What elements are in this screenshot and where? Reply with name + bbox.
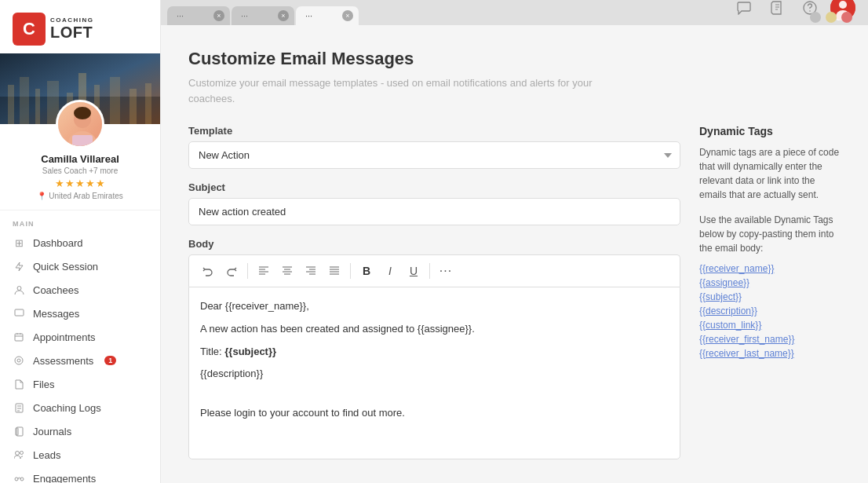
tab-1-label: ··· bbox=[177, 11, 184, 20]
sidebar-item-label: Coachees bbox=[33, 284, 79, 296]
sidebar-item-dashboard[interactable]: ⊞ Dashboard bbox=[0, 231, 160, 254]
bold-btn[interactable]: B bbox=[356, 260, 377, 282]
sidebar-item-coaching-logs[interactable]: Coaching Logs bbox=[0, 396, 160, 419]
redo-btn[interactable] bbox=[221, 260, 243, 282]
svg-rect-4 bbox=[35, 89, 40, 124]
svg-rect-19 bbox=[15, 334, 23, 341]
main-content: ··· × ··· × ··· × bbox=[161, 0, 868, 483]
engagements-icon bbox=[13, 472, 25, 483]
editor-line-5: Please login to your account to find out… bbox=[200, 405, 669, 422]
tab-1[interactable]: ··· × bbox=[167, 6, 230, 25]
svg-rect-11 bbox=[145, 83, 151, 124]
tab-2[interactable]: ··· × bbox=[232, 6, 294, 25]
window-dot-yellow[interactable] bbox=[826, 12, 837, 23]
svg-point-17 bbox=[17, 286, 21, 290]
logo-title: LOFT bbox=[50, 24, 94, 41]
svg-rect-3 bbox=[20, 77, 29, 124]
template-group: Template New Action Appointment Reminder… bbox=[188, 125, 680, 169]
window-dot-gray[interactable] bbox=[810, 12, 821, 23]
sidebar-item-coachees[interactable]: Coachees bbox=[0, 278, 160, 302]
sidebar-item-assessments[interactable]: Assessments 1 bbox=[0, 349, 160, 372]
sidebar-item-files[interactable]: Files bbox=[0, 372, 160, 396]
align-right-btn[interactable] bbox=[300, 260, 322, 282]
tab-3-active[interactable]: ··· × bbox=[296, 6, 359, 25]
svg-rect-2 bbox=[8, 85, 14, 124]
content-body: Template New Action Appointment Reminder… bbox=[188, 125, 841, 472]
svg-point-28 bbox=[20, 478, 24, 481]
content-area: Customize Email Messages Customize your … bbox=[161, 25, 868, 483]
page-title: Customize Email Messages bbox=[188, 49, 841, 69]
tab-1-close[interactable]: × bbox=[213, 10, 224, 21]
tab-3-close[interactable]: × bbox=[342, 10, 353, 21]
sidebar-item-quick-session[interactable]: Quick Session bbox=[0, 254, 160, 278]
location-pin-icon: 📍 bbox=[37, 192, 46, 200]
editor-bold-subject: {{subject}} bbox=[224, 346, 276, 357]
sidebar-item-messages[interactable]: Messages bbox=[0, 302, 160, 325]
svg-rect-18 bbox=[15, 309, 24, 316]
svg-point-20 bbox=[15, 357, 23, 364]
more-btn[interactable]: ··· bbox=[435, 260, 457, 282]
assessments-icon bbox=[13, 354, 25, 367]
align-left-btn[interactable] bbox=[253, 260, 275, 282]
justify-btn[interactable] bbox=[323, 260, 345, 282]
sidebar-item-label: Assessments bbox=[33, 355, 93, 367]
dynamic-tag-assignee[interactable]: {{assignee}} bbox=[699, 277, 841, 288]
files-icon bbox=[13, 378, 25, 390]
assessments-badge: 1 bbox=[104, 356, 116, 365]
template-label: Template bbox=[188, 125, 680, 137]
body-label: Body bbox=[188, 238, 680, 250]
sidebar-item-label: Quick Session bbox=[33, 261, 98, 273]
italic-btn[interactable]: I bbox=[379, 260, 401, 282]
tab-2-label: ··· bbox=[241, 11, 248, 20]
editor-line-4: {{description}} bbox=[200, 366, 669, 382]
book-icon-btn[interactable] bbox=[764, 0, 790, 20]
align-center-btn[interactable] bbox=[276, 260, 298, 282]
editor-body[interactable]: Dear {{receiver_name}}, A new action has… bbox=[188, 287, 680, 459]
sidebar-item-journals[interactable]: Journals bbox=[0, 419, 160, 443]
dynamic-tags-title: Dynamic Tags bbox=[699, 125, 841, 137]
tab-2-close[interactable]: × bbox=[278, 10, 289, 21]
svg-rect-10 bbox=[129, 89, 137, 124]
dynamic-tag-receiver-first-name[interactable]: {{receiver_first_name}} bbox=[699, 334, 841, 345]
sidebar-item-engagements[interactable]: Engagements bbox=[0, 467, 160, 483]
toolbar-sep-3 bbox=[429, 263, 430, 279]
dynamic-tag-subject[interactable]: {{subject}} bbox=[699, 291, 841, 302]
sidebar-item-label: Engagements bbox=[33, 473, 96, 484]
svg-rect-9 bbox=[110, 77, 120, 124]
dynamic-tag-custom-link[interactable]: {{custom_link}} bbox=[699, 320, 841, 331]
appointments-icon bbox=[13, 331, 25, 343]
svg-point-26 bbox=[20, 452, 23, 455]
editor-line-1: Dear {{receiver_name}}, bbox=[200, 298, 669, 315]
coaching-logs-icon bbox=[13, 401, 25, 414]
subject-group: Subject bbox=[188, 181, 680, 225]
coachees-icon bbox=[13, 284, 25, 296]
template-select[interactable]: New Action Appointment Reminder Session … bbox=[188, 141, 680, 169]
dynamic-tag-receiver-last-name[interactable]: {{receiver_last_name}} bbox=[699, 348, 841, 359]
subject-input[interactable] bbox=[188, 198, 680, 225]
sidebar-item-leads[interactable]: Leads bbox=[0, 443, 160, 467]
avatar-image bbox=[58, 102, 104, 148]
sidebar-item-appointments[interactable]: Appointments bbox=[0, 325, 160, 349]
location-text: United Arab Emirates bbox=[49, 192, 123, 200]
underline-btn[interactable]: U bbox=[403, 260, 425, 282]
window-dot-red[interactable] bbox=[841, 12, 852, 23]
nav-section-main-label: MAIN bbox=[0, 210, 160, 231]
profile-role: Sales Coach +7 more bbox=[42, 166, 118, 175]
logo-icon: C bbox=[13, 13, 46, 46]
chat-icon-btn[interactable] bbox=[731, 0, 757, 20]
editor-line-2: A new action has been created and assign… bbox=[200, 321, 669, 338]
subject-label: Subject bbox=[188, 181, 680, 193]
undo-btn[interactable] bbox=[197, 260, 219, 282]
logo-subtitle: COACHING bbox=[50, 17, 94, 24]
sidebar-item-label: Appointments bbox=[33, 331, 96, 343]
toolbar-sep-2 bbox=[350, 263, 351, 279]
sidebar-item-label: Coaching Logs bbox=[33, 402, 101, 414]
dynamic-tag-description[interactable]: {{description}} bbox=[699, 306, 841, 317]
editor-line-3: Title: {{subject}} bbox=[200, 344, 669, 360]
sidebar-item-label: Leads bbox=[33, 449, 60, 461]
dashboard-icon: ⊞ bbox=[13, 236, 25, 249]
dynamic-tag-receiver-name[interactable]: {{receiver_name}} bbox=[699, 263, 841, 274]
dynamic-tags-note: Use the available Dynamic Tags below by … bbox=[699, 213, 841, 255]
sidebar-item-label: Dashboard bbox=[33, 237, 83, 249]
svg-point-27 bbox=[15, 478, 18, 481]
